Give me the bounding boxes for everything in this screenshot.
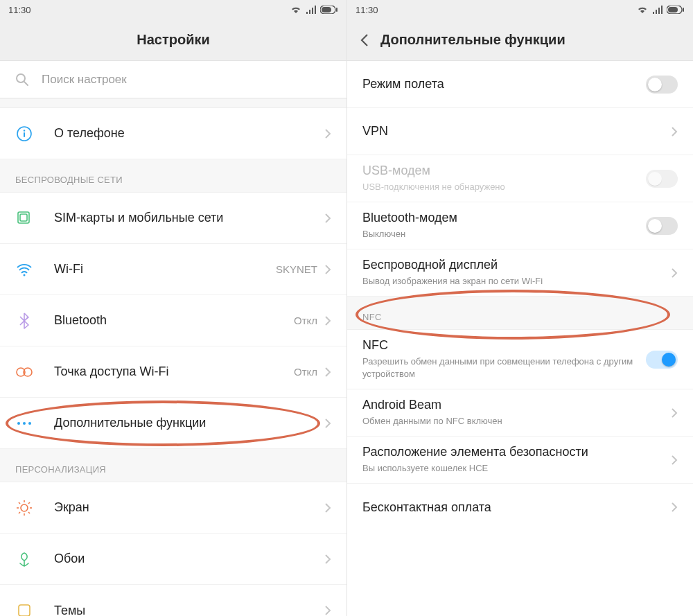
row-hotspot[interactable]: Точка доступа Wi-Fi Откл [0,346,346,398]
svg-point-3 [17,74,25,82]
battery-icon [320,6,338,14]
chevron-right-icon [671,407,678,419]
svg-rect-27 [668,7,678,12]
row-sim-cards[interactable]: SIM-карты и мобильные сети [0,193,346,244]
themes-icon [15,601,33,616]
row-about-phone[interactable]: О телефоне [0,108,346,159]
row-label: USB-модем [362,164,646,178]
svg-line-4 [24,82,28,85]
row-label: Android Beam [362,398,671,412]
phone-right-more: 11:30 Дополнительные функции Режим полет… [346,0,693,616]
status-bar: 11:30 [0,0,346,19]
row-sub: Вывод изображения на экран по сети Wi-Fi [362,275,671,288]
row-android-beam[interactable]: Android Beam Обмен данными по NFC включе… [347,389,693,437]
svg-point-14 [23,422,26,425]
svg-point-10 [24,274,26,276]
svg-rect-7 [24,132,25,137]
hotspot-icon [15,363,33,381]
tulip-icon [15,550,33,568]
row-label: Беспроводной дисплей [362,258,671,272]
title-bar: Дополнительные функции [347,19,693,61]
row-value: Откл [294,315,317,326]
row-label: О телефоне [54,126,324,141]
row-nfc[interactable]: NFC Разрешить обмен данными при совмещен… [347,330,693,389]
row-more-functions[interactable]: Дополнительные функции [0,398,346,449]
row-wallpaper[interactable]: Обои [0,534,346,585]
row-wireless-display[interactable]: Беспроводной дисплей Вывод изображения н… [347,249,693,297]
status-bar: 11:30 [347,0,693,19]
toggle-airplane[interactable] [646,76,678,94]
chevron-right-icon [671,267,678,279]
page-title: Настройки [137,32,210,48]
row-label: Дополнительные функции [54,416,324,430]
row-label: Расположение элемента безопасности [362,445,671,459]
phone-left-settings: 11:30 Настройки Поиск настроек О телефон… [0,0,346,616]
toggle-bt-tether[interactable] [646,217,678,235]
chevron-right-icon [671,455,678,466]
row-label: Экран [54,500,324,515]
row-label: SIM-карты и мобильные сети [54,211,324,225]
row-themes[interactable]: Темы [0,585,346,616]
row-sub: Разрешить обмен данными при совмещении т… [362,355,646,380]
toggle-nfc[interactable] [646,351,678,369]
row-label: Режим полета [362,77,646,91]
battery-icon [667,6,685,14]
svg-line-23 [19,512,20,513]
wifi-icon [290,6,301,14]
svg-line-21 [19,502,20,504]
wifi-icon [637,6,648,14]
svg-point-6 [24,130,25,131]
signal-icon [652,6,663,14]
row-sub: Выключен [362,228,646,240]
row-bt-tether[interactable]: Bluetooth-модем Выключен [347,202,693,249]
section-nfc: NFC [347,297,693,330]
row-label: Bluetooth [54,313,294,328]
chevron-right-icon [324,418,331,429]
chevron-right-icon [324,554,331,565]
section-wireless: БЕСПРОВОДНЫЕ СЕТИ [0,159,346,193]
svg-point-16 [21,504,28,511]
row-label: Точка доступа Wi-Fi [54,364,294,379]
more-dots-icon [15,414,33,432]
back-icon[interactable] [360,33,369,47]
row-display[interactable]: Экран [0,482,346,534]
status-time: 11:30 [8,5,31,15]
brightness-icon [15,499,33,517]
bluetooth-icon [15,312,33,330]
row-tap-and-pay[interactable]: Бесконтактная оплата [347,484,693,531]
svg-line-22 [28,512,30,513]
row-usb-tether: USB-модем USB-подключения не обнаружено [347,155,693,202]
wifi-icon [15,261,33,279]
search-bar[interactable]: Поиск настроек [0,61,346,98]
row-airplane[interactable]: Режим полета [347,61,693,108]
svg-line-24 [28,502,30,504]
row-label: Wi-Fi [54,262,276,276]
chevron-right-icon [324,264,331,275]
sim-icon [15,209,33,227]
row-sub: USB-подключения не обнаружено [362,181,646,193]
row-label: VPN [362,124,671,139]
chevron-right-icon [324,315,331,326]
svg-rect-25 [19,605,30,616]
chevron-right-icon [671,502,678,513]
section-personalization: ПЕРСОНАЛИЗАЦИЯ [0,449,346,482]
row-label: Темы [54,604,324,617]
row-value: Откл [294,366,317,378]
row-secure-element[interactable]: Расположение элемента безопасности Вы ис… [347,437,693,484]
toggle-usb [646,170,678,188]
row-value: SKYNET [276,263,317,275]
svg-point-13 [17,422,20,425]
row-wifi[interactable]: Wi-Fi SKYNET [0,244,346,295]
row-bluetooth[interactable]: Bluetooth Откл [0,295,346,346]
status-time: 11:30 [356,5,378,15]
chevron-right-icon [324,502,331,513]
svg-rect-2 [336,8,337,12]
svg-point-15 [28,422,31,425]
chevron-right-icon [324,605,331,616]
page-title: Дополнительные функции [380,32,565,48]
row-vpn[interactable]: VPN [347,108,693,155]
svg-rect-1 [322,7,331,12]
chevron-right-icon [671,126,678,137]
search-placeholder: Поиск настроек [42,73,127,87]
svg-rect-28 [683,8,684,12]
